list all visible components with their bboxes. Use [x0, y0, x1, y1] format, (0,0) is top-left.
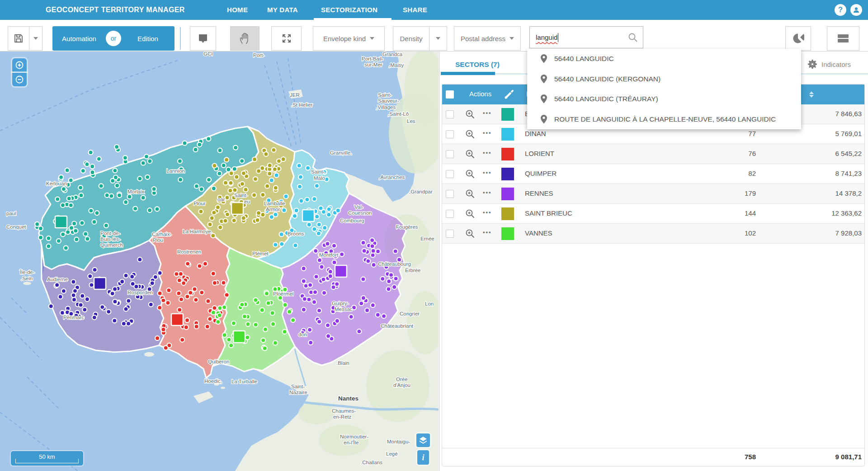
help-icon[interactable]: ? [835, 4, 846, 16]
sector-marker-rennes[interactable] [335, 265, 347, 277]
zoom-to-sector-icon [465, 109, 476, 120]
row-checkbox[interactable] [446, 110, 454, 118]
nav-item-sectorization[interactable]: SECTORIZATION [321, 6, 377, 14]
row-menu-button[interactable]: ••• [483, 209, 492, 216]
location-pin-icon [540, 74, 548, 84]
row-zoom-button[interactable] [465, 169, 476, 181]
sector-area: 7 846,63 [835, 110, 862, 118]
density-dropdown[interactable]: Density [393, 26, 429, 51]
svg-text:Quiberon: Quiberon [208, 359, 229, 364]
tab-sectors[interactable]: SECTORS (7) [455, 61, 500, 69]
row-zoom-button[interactable] [465, 228, 476, 240]
envelope-kind-label: Envelope kind [323, 35, 366, 42]
sort-icon[interactable] [808, 89, 815, 100]
svg-text:Lon: Lon [425, 301, 434, 306]
sector-count: 179 [745, 189, 756, 197]
search-suggestions: 56440 LANGUIDIC56440 LANGUIDIC (KERGONAN… [527, 49, 801, 129]
row-menu-button[interactable]: ••• [483, 109, 492, 116]
suggestion-item[interactable]: 56440 LANGUIDIC [527, 49, 801, 69]
user-account-icon[interactable] [850, 4, 862, 16]
density-label: Density [400, 35, 422, 42]
nav-item-share[interactable]: SHARE [403, 6, 427, 14]
map-canvas[interactable]: GCIPort-JER.St HelierPort-Bail-sur-MerGr… [0, 52, 439, 471]
row-zoom-button[interactable] [465, 149, 476, 161]
sector-color-swatch[interactable] [501, 188, 514, 200]
layers-button[interactable] [416, 433, 430, 447]
fullscreen-button[interactable] [271, 26, 302, 51]
row-zoom-button[interactable] [465, 188, 476, 201]
row-checkbox[interactable] [446, 210, 454, 218]
svg-text:Grandca: Grandca [382, 52, 403, 57]
mode-edition[interactable]: Edition [121, 35, 175, 42]
svg-text:Penmarc: Penmarc [63, 315, 84, 320]
paintbrush-icon[interactable] [503, 89, 514, 100]
sector-marker-brest[interactable] [55, 216, 67, 228]
mode-automation[interactable]: Automation [52, 35, 106, 42]
row-menu-button[interactable]: ••• [483, 149, 492, 156]
pan-hand-button[interactable] [230, 26, 259, 51]
map-scale-bar: 50 km [11, 451, 83, 466]
row-checkbox[interactable] [446, 130, 454, 138]
svg-text:Nazaire: Nazaire [289, 390, 307, 395]
sector-area: 6 545,22 [835, 150, 862, 157]
svg-text:,Grandpar: ,Grandpar [409, 189, 433, 194]
sector-marker-saint-brieuc[interactable] [231, 203, 243, 214]
hand-icon [239, 32, 251, 45]
chart-view-button[interactable] [785, 26, 811, 51]
select-all-checkbox[interactable] [446, 90, 454, 99]
sector-color-swatch[interactable] [501, 108, 514, 121]
location-pin-icon [540, 114, 548, 124]
svg-text:.St Helier: .St Helier [291, 102, 312, 108]
indicators-button[interactable]: Indicators [807, 59, 851, 70]
postal-address-dropdown[interactable]: Postal address [454, 26, 521, 51]
search-icon[interactable] [627, 32, 638, 43]
envelope-kind-dropdown[interactable]: Envelope kind [313, 26, 385, 51]
nav-item-my-data[interactable]: MY DATA [267, 6, 298, 14]
sector-color-swatch[interactable] [501, 227, 514, 240]
svg-text:Saint-: Saint- [378, 92, 392, 98]
zoom-to-sector-icon [465, 188, 476, 199]
row-checkbox[interactable] [446, 170, 454, 178]
svg-text:,Avranches: ,Avranches [379, 174, 405, 180]
sector-color-swatch[interactable] [501, 168, 514, 180]
row-checkbox[interactable] [446, 150, 454, 158]
row-menu-button[interactable]: ••• [483, 229, 492, 236]
svg-text:.Challans: .Challans [361, 460, 382, 465]
info-button[interactable]: i [417, 450, 429, 465]
search-input[interactable]: languid [529, 26, 643, 48]
sector-area: 7 928,03 [835, 229, 862, 237]
row-zoom-button[interactable] [465, 109, 476, 121]
sector-marker-dinan[interactable] [302, 210, 314, 221]
row-menu-button[interactable]: ••• [483, 169, 492, 176]
svg-text:Fougères: Fougères [396, 224, 418, 230]
suggestion-item[interactable]: 56440 LANGUIDIC (KERGONAN) [527, 69, 801, 89]
suggestion-item[interactable]: 56440 LANGUIDIC (TRÉAURAY) [527, 89, 801, 109]
list-view-button[interactable] [827, 26, 859, 51]
svg-text:Ernée: Ernée [420, 236, 434, 241]
svg-text:Plour: Plour [193, 201, 206, 206]
row-menu-button[interactable]: ••• [483, 189, 492, 196]
sector-marker-vannes[interactable] [233, 331, 245, 343]
suggestion-item[interactable]: ROUTE DE LANGUIDIC À LA CHAPELLE-NEUVE, … [527, 109, 801, 130]
zoom-in-button[interactable] [12, 58, 27, 72]
mode-toggle[interactable]: Automation or Edition [52, 26, 175, 51]
row-zoom-button[interactable] [465, 129, 476, 141]
save-button[interactable] [8, 26, 29, 51]
row-checkbox[interactable] [446, 230, 454, 238]
sector-color-swatch[interactable] [501, 128, 514, 141]
zoom-out-button[interactable] [12, 73, 27, 86]
row-menu-button[interactable]: ••• [483, 129, 492, 136]
row-zoom-button[interactable] [465, 208, 476, 221]
sector-marker-quimper[interactable] [94, 278, 106, 289]
sector-marker-lorient[interactable] [171, 314, 183, 325]
sector-color-swatch[interactable] [501, 207, 514, 220]
total-count: 758 [745, 453, 756, 461]
comment-button[interactable] [190, 26, 216, 51]
nav-item-home[interactable]: HOME [227, 6, 248, 14]
save-options-button[interactable] [29, 26, 42, 51]
svg-text:Combourg: Combourg [340, 218, 364, 223]
density-options-button[interactable] [429, 26, 447, 51]
svg-text:JER: JER [290, 92, 300, 98]
sector-color-swatch[interactable] [501, 148, 514, 160]
row-checkbox[interactable] [446, 190, 454, 198]
